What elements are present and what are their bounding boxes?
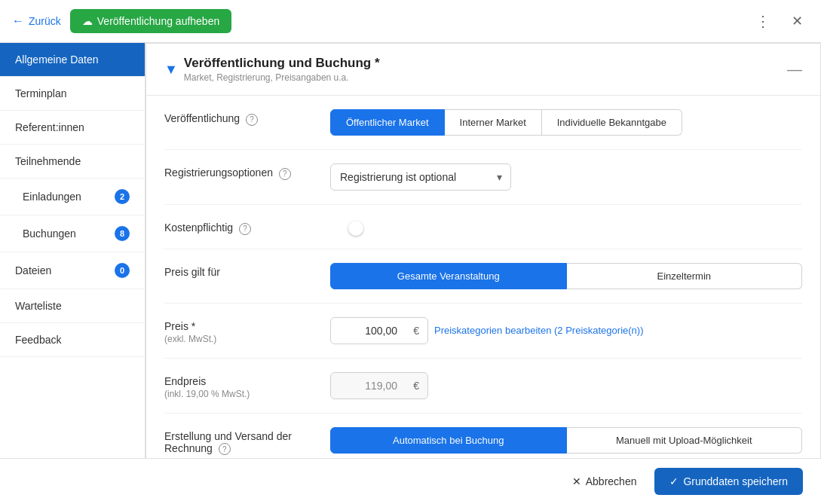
preis-input-wrap: € — [330, 317, 428, 344]
dateien-badge: 0 — [115, 263, 130, 278]
section-collapse-button[interactable]: — — [787, 61, 802, 78]
einladungen-badge: 2 — [115, 189, 130, 204]
form-row-registrierung: Registrierungsoptionen ? Registrierung i… — [164, 150, 802, 205]
sidebar: Allgemeine Daten Terminplan Referent:inn… — [0, 43, 146, 458]
sidebar-item-referentinnen[interactable]: Referent:innen — [0, 111, 145, 145]
preis-gilt-fuer-control: Gesamte Veranstaltung Einzeltermin — [330, 263, 802, 289]
preis-gilt-fuer-option-0[interactable]: Gesamte Veranstaltung — [330, 263, 567, 289]
veroeffentlichung-help-icon[interactable]: ? — [246, 114, 258, 126]
section-veroeffentlichung: ▼ Veröffentlichung und Buchung * Market,… — [146, 43, 821, 458]
preis-row: € Preiskategorien bearbeiten (2 Preiskat… — [330, 317, 802, 344]
endpreis-wrap: € — [330, 372, 802, 399]
rechnung-control: Automatisch bei Buchung Manuell mit Uplo… — [330, 427, 802, 454]
top-bar-left: Zurück ☁ Veröffentlichung aufheben — [12, 9, 231, 33]
cancel-icon: ✕ — [572, 475, 581, 487]
content-area: ▼ Veröffentlichung und Buchung * Market,… — [146, 43, 821, 458]
preiskategorien-link[interactable]: Preiskategorien bearbeiten (2 Preiskateg… — [434, 325, 643, 336]
registrierung-help-icon[interactable]: ? — [279, 168, 291, 180]
registrierung-control: Registrierung ist optional Registrierung… — [330, 163, 802, 191]
preis-label: Preis * (exkl. MwSt.) — [164, 317, 330, 344]
sidebar-item-buchungen[interactable]: Buchungen 8 — [0, 215, 145, 252]
cloud-icon: ☁ — [82, 15, 93, 27]
endpreis-input — [330, 372, 428, 399]
veroeffentlichung-label: Veröffentlichung ? — [164, 109, 330, 126]
registrierung-label: Registrierungsoptionen ? — [164, 163, 330, 180]
top-bar-right: ⋮ ✕ — [749, 9, 809, 33]
sidebar-item-allgemeine-daten[interactable]: Allgemeine Daten — [0, 43, 145, 77]
veroeffentlichung-control: Öffentlicher Market Interner Market Indi… — [330, 109, 802, 136]
veroeffentlichung-btn-group: Öffentlicher Market Interner Market Indi… — [330, 109, 802, 136]
sidebar-item-warteliste[interactable]: Warteliste — [0, 289, 145, 323]
veroeffentlichung-option-2[interactable]: Individuelle Bekanntgabe — [542, 109, 682, 136]
form-row-preis: Preis * (exkl. MwSt.) € Preiskategorien … — [164, 304, 802, 359]
preis-input[interactable] — [330, 317, 428, 344]
cancel-button[interactable]: ✕ Abbrechen — [563, 469, 646, 493]
registrierung-select[interactable]: Registrierung ist optional Registrierung… — [330, 163, 511, 191]
main-layout: Allgemeine Daten Terminplan Referent:inn… — [0, 43, 821, 458]
form-row-kostenpflichtig: Kostenpflichtig ? — [164, 205, 802, 249]
rechnung-label: Erstellung und Versand der Rechnung ? — [164, 427, 330, 456]
section-header: ▼ Veröffentlichung und Buchung * Market,… — [146, 44, 820, 96]
form-row-preis-gilt-fuer: Preis gilt für Gesamte Veranstaltung Ein… — [164, 249, 802, 304]
kostenpflichtig-help-icon[interactable]: ? — [239, 223, 251, 235]
footer: ✕ Abbrechen Grunddaten speichern — [0, 458, 821, 504]
registrierung-select-wrap: Registrierung ist optional Registrierung… — [330, 163, 511, 191]
chevron-down-icon: ▼ — [164, 62, 178, 78]
sidebar-item-dateien[interactable]: Dateien 0 — [0, 252, 145, 289]
kostenpflichtig-label: Kostenpflichtig ? — [164, 218, 330, 235]
back-button[interactable]: Zurück — [12, 14, 61, 28]
sidebar-item-einladungen[interactable]: Einladungen 2 — [0, 179, 145, 215]
veroeffentlichung-option-0[interactable]: Öffentlicher Market — [330, 109, 445, 136]
more-options-button[interactable]: ⋮ — [749, 9, 777, 33]
endpreis-input-wrap: € — [330, 372, 428, 399]
kostenpflichtig-control — [330, 218, 802, 231]
form-row-endpreis: Endpreis (inkl. 19,00 % MwSt.) € — [164, 359, 802, 414]
section-title-group: ▼ Veröffentlichung und Buchung * Market,… — [164, 56, 380, 83]
section-subtitle: Market, Registrierung, Preisangaben u.a. — [184, 72, 380, 83]
close-button[interactable]: ✕ — [786, 10, 809, 32]
sidebar-item-teilnehmende[interactable]: Teilnehmende — [0, 145, 145, 179]
buchungen-badge: 8 — [115, 226, 130, 241]
preis-gilt-fuer-btn-group: Gesamte Veranstaltung Einzeltermin — [330, 263, 802, 289]
section-title: Veröffentlichung und Buchung * — [184, 56, 380, 71]
preis-gilt-fuer-option-1[interactable]: Einzeltermin — [567, 263, 803, 289]
top-bar: Zurück ☁ Veröffentlichung aufheben ⋮ ✕ — [0, 0, 821, 43]
sidebar-item-feedback[interactable]: Feedback — [0, 323, 145, 357]
section-body: Veröffentlichung ? Öffentlicher Market I… — [146, 96, 820, 458]
form-row-veroeffentlichung: Veröffentlichung ? Öffentlicher Market I… — [164, 96, 802, 150]
preis-gilt-fuer-label: Preis gilt für — [164, 263, 330, 278]
form-row-rechnung: Erstellung und Versand der Rechnung ? Au… — [164, 414, 802, 459]
save-button[interactable]: Grunddaten speichern — [654, 468, 803, 495]
sidebar-item-terminplan[interactable]: Terminplan — [0, 77, 145, 111]
rechnung-option-1[interactable]: Manuell mit Upload-Möglichkeit — [567, 427, 803, 454]
veroeffentlichung-option-1[interactable]: Interner Market — [445, 109, 542, 136]
endpreis-label: Endpreis (inkl. 19,00 % MwSt.) — [164, 372, 330, 399]
rechnung-help-icon[interactable]: ? — [219, 443, 231, 455]
preis-control: € Preiskategorien bearbeiten (2 Preiskat… — [330, 317, 802, 344]
endpreis-control: € — [330, 372, 802, 399]
rechnung-btn-group: Automatisch bei Buchung Manuell mit Uplo… — [330, 427, 802, 454]
rechnung-option-0[interactable]: Automatisch bei Buchung — [330, 427, 567, 454]
publish-button[interactable]: ☁ Veröffentlichung aufheben — [70, 9, 231, 33]
